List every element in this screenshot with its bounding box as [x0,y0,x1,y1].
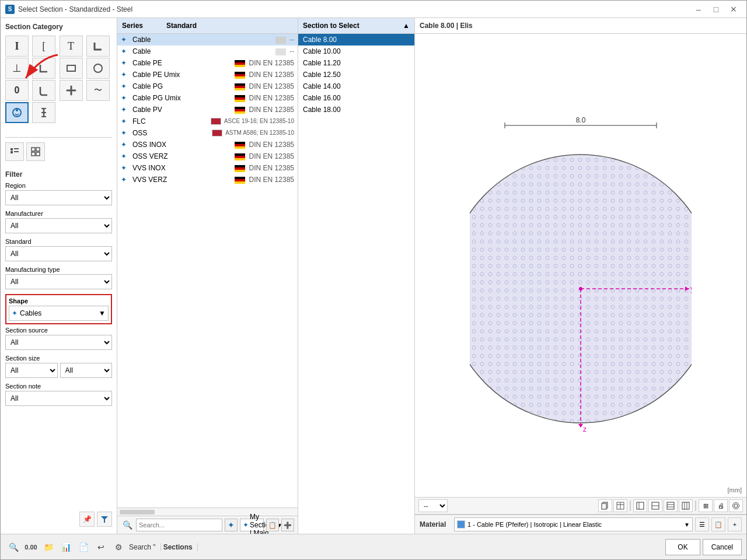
material-expand-btn[interactable]: ☰ [695,517,709,531]
series-item-9[interactable]: ✦ OSS INOX DIN EN 12385 [117,139,298,150]
maximize-button[interactable]: □ [708,3,724,16]
main-content: Section Category I [ T ⊥ [1,18,746,534]
section-item-2[interactable]: Cable 11.20 [298,57,414,69]
section-item-1[interactable]: Cable 10.00 [298,46,414,57]
section-scroll-up[interactable]: ▲ [403,22,410,30]
series-add-section-btn[interactable]: ✦ [225,519,238,531]
svg-rect-6 [14,148,19,149]
series-item-6[interactable]: ✦ Cable PV DIN EN 12385 [117,104,298,116]
standard-select[interactable]: All [5,246,112,261]
shape-T-btn[interactable]: T [60,36,83,57]
standard-filter: Standard All [5,238,112,264]
series-item-7[interactable]: ✦ FLC ASCE 19-16; EN 12385-10 [117,116,298,127]
sections-add-btn[interactable]: ➕ [281,519,294,531]
shape-ibeam2-btn[interactable] [32,102,55,123]
preview-grid-btn[interactable]: ⊞ [699,499,713,512]
manufacturer-label: Manufacturer [5,210,112,217]
preview-table-btn[interactable] [613,499,627,512]
section-item-6[interactable]: Cable 18.00 [298,104,414,116]
preview-view2-btn[interactable] [648,499,662,512]
filter-title: Filter [5,170,112,178]
section-item-3[interactable]: Cable 12.50 [298,69,414,80]
filter-pin-btn[interactable]: 📌 [79,512,95,527]
section-note-select[interactable]: All [5,391,112,406]
shape-hook-btn[interactable] [32,80,55,101]
view-list-btn[interactable] [5,142,24,161]
series-search-btn[interactable]: 🔍 [121,519,134,531]
series-item-8[interactable]: ✦ OSS ASTM A586; EN 12385-10 [117,127,298,139]
preview-toolbar: -- [415,497,746,514]
bottom-folder-btn[interactable]: 📁 [40,539,57,555]
preview-canvas: 8.0 [415,34,746,497]
series-std-8: ASTM A586; EN 12385-10 [212,130,294,136]
svg-marker-27 [578,424,583,428]
svg-rect-8 [14,151,19,152]
shape-invT-btn[interactable]: ⊥ [5,58,29,79]
series-name-6: Cable PV [132,106,235,114]
manufacturing-type-select[interactable]: All [5,274,112,289]
series-panel: Series Standard ✦ Cable -- ✦ Cable [117,18,298,534]
view-grid-btn[interactable] [26,142,45,161]
svg-rect-5 [11,148,13,150]
my-sections-dropdown[interactable]: ✦ My Sections | Main ▼ [240,519,264,531]
preview-settings-btn[interactable] [729,499,743,512]
section-size-left-select[interactable]: All [5,363,58,378]
shape-C-btn[interactable]: [ [32,36,55,57]
preview-copy-btn[interactable] [598,499,612,512]
bottom-table-btn[interactable]: 📊 [58,539,74,555]
material-dropdown[interactable]: 1 - Cable PE (Pfeifer) | Isotropic | Lin… [454,517,693,531]
series-item-11[interactable]: ✦ VVS INOX DIN EN 12385 [117,162,298,174]
series-item-5[interactable]: ✦ Cable PG Umix DIN EN 12385 [117,92,298,104]
region-select[interactable]: All [5,190,112,205]
shape-angle-btn[interactable] [32,58,55,79]
shape-wave-btn[interactable]: 〜 [86,80,110,101]
material-copy-btn[interactable]: 📋 [711,517,725,531]
view-dropdown[interactable]: -- [418,499,448,512]
minimize-button[interactable]: – [690,3,707,16]
bottom-extra-btn[interactable]: ⚙ [110,539,127,555]
series-item-0[interactable]: ✦ Cable -- [117,34,298,46]
cancel-button[interactable]: Cancel [703,539,742,555]
section-size-right-select[interactable]: All [60,363,113,378]
material-add-btn[interactable]: + [728,517,742,531]
section-item-4[interactable]: Cable 14.00 [298,80,414,92]
series-std-2: DIN EN 12385 [235,59,294,67]
shape-filter-select[interactable]: ✦ Cables ▼ [9,306,109,321]
bottom-search-btn[interactable]: 🔍 [5,539,22,555]
shape-L-btn[interactable] [86,36,110,57]
series-item-1[interactable]: ✦ Cable -- [117,46,298,57]
sections-copy-btn[interactable]: 📋 [266,519,279,531]
series-item-12[interactable]: ✦ VVS VERZ DIN EN 12385 [117,174,298,186]
shape-I-btn[interactable]: I [5,36,29,57]
filter-funnel-btn[interactable] [97,512,112,527]
series-search-input[interactable] [136,519,222,531]
section-note-label: Section note [5,383,112,390]
bottom-copy2-btn[interactable]: 📄 [75,539,92,555]
ok-button[interactable]: OK [665,539,700,555]
preview-print-btn[interactable]: 🖨 [714,499,728,512]
series-item-3[interactable]: ✦ Cable PE Umix DIN EN 12385 [117,69,298,80]
series-item-2[interactable]: ✦ Cable PE DIN EN 12385 [117,57,298,69]
bottom-decimal-btn[interactable]: 0.00 [23,539,39,555]
close-button[interactable]: ✕ [725,3,742,16]
section-source-select[interactable]: All [5,335,112,350]
shape-dropdown-icon: ▼ [99,309,106,317]
svg-text:y: y [690,285,692,293]
section-item-5[interactable]: Cable 16.00 [298,92,414,104]
shape-person-btn[interactable] [5,102,29,123]
series-item-4[interactable]: ✦ Cable PG DIN EN 12385 [117,80,298,92]
manufacturer-filter: Manufacturer All [5,210,112,236]
bottom-back-btn[interactable]: ↩ [93,539,109,555]
shape-circle-btn[interactable] [86,58,110,79]
section-header: Section to Select ▲ [298,18,414,34]
shape-rect-btn[interactable] [60,58,83,79]
series-item-10[interactable]: ✦ OSS VERZ DIN EN 12385 [117,150,298,162]
shape-filter-label: Shape [9,298,109,304]
shape-0-btn[interactable]: 0 [5,80,29,101]
preview-view3-btn[interactable] [664,499,678,512]
shape-cross-btn[interactable] [60,80,83,101]
section-item-0[interactable]: Cable 8.00 [298,34,414,46]
manufacturer-select[interactable]: All [5,218,112,233]
preview-view1-btn[interactable] [633,499,647,512]
preview-view4-btn[interactable] [679,499,693,512]
